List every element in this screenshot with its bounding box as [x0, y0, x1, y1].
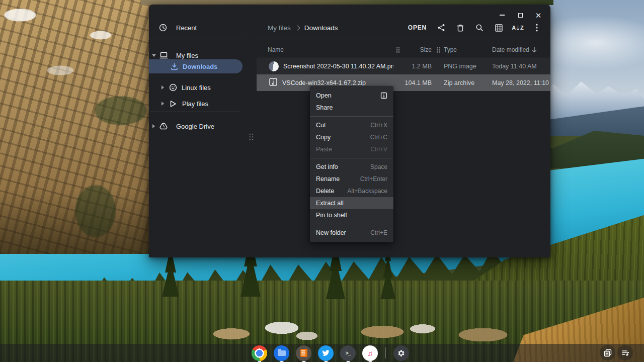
- sidebar-item-label: Recent: [176, 24, 197, 32]
- chevron-right-icon: [295, 25, 300, 30]
- sort-letter-a: A: [512, 25, 516, 31]
- wallpaper-cliff: [0, 0, 155, 254]
- shortcut: Ctrl+E: [370, 229, 387, 236]
- menu-item-get-info[interactable]: Get info Space: [310, 161, 393, 173]
- search-icon[interactable]: [470, 21, 489, 35]
- chrome-icon[interactable]: [252, 345, 267, 361]
- music-app-icon[interactable]: ♫: [362, 345, 378, 361]
- shortcut: Ctrl+V: [370, 146, 387, 153]
- toolbar: OPEN A Z: [403, 21, 546, 35]
- sidebar: Recent My files Downloads: [149, 5, 257, 257]
- chevron-right-icon[interactable]: [152, 124, 155, 128]
- share-icon[interactable]: [432, 21, 451, 35]
- menu-item-open[interactable]: Open: [310, 89, 393, 102]
- status-tray: [600, 345, 633, 360]
- sidebar-item-label: Play files: [182, 100, 208, 108]
- divider: [149, 39, 247, 39]
- file-type: Zip archive: [443, 79, 485, 86]
- breadcrumb: My files Downloads: [268, 22, 338, 34]
- file-row-vscode-zip[interactable]: VSCode-win32-x64-1.67.2.zip 104.1 MB Zip…: [257, 74, 550, 91]
- shelf-apps: >_ ♫: [252, 344, 409, 362]
- play-icon: [169, 99, 178, 108]
- sidebar-item-recent[interactable]: Recent: [149, 20, 250, 35]
- sidebar-splitter-handle[interactable]: [249, 133, 254, 141]
- open-button[interactable]: OPEN: [403, 22, 432, 33]
- column-header-name[interactable]: Name: [257, 46, 393, 53]
- shortcut: Alt+Backspace: [347, 188, 387, 195]
- grid-view-icon[interactable]: [489, 21, 508, 35]
- zip-app-icon: [380, 92, 387, 99]
- file-size: 104.1 MB: [403, 79, 432, 86]
- divider: [257, 39, 550, 39]
- menu-item-paste: Paste Ctrl+V: [310, 143, 393, 155]
- menu-item-delete[interactable]: Delete Alt+Backspace: [310, 185, 393, 197]
- settings-icon[interactable]: [393, 345, 409, 361]
- column-header-date[interactable]: Date modified: [492, 46, 550, 53]
- file-row-screenshot[interactable]: Screenshot 2022-05-30 11.40.32 AM.png 1.…: [257, 58, 550, 74]
- shortcut: Ctrl+C: [370, 134, 387, 141]
- wallpaper-rocks: [141, 314, 533, 346]
- file-date: May 28, 2022, 11:10 …: [492, 79, 550, 86]
- chevron-right-icon[interactable]: [162, 85, 164, 89]
- linux-penguin-icon: [169, 83, 178, 92]
- terminal-icon[interactable]: >_: [340, 345, 356, 361]
- menu-item-pin-to-shelf[interactable]: Pin to shelf: [310, 209, 393, 221]
- menu-divider: [310, 224, 393, 224]
- screen-capture-icon[interactable]: [600, 345, 615, 360]
- sidebar-item-label: Google Drive: [176, 123, 214, 130]
- twitter-icon[interactable]: [318, 345, 334, 361]
- sidebar-item-downloads[interactable]: Downloads: [149, 59, 250, 74]
- sort-az-icon[interactable]: A Z: [508, 21, 527, 35]
- sort-direction-down-icon: [532, 47, 537, 53]
- zip-file-icon: [269, 77, 278, 88]
- download-icon: [170, 62, 179, 71]
- google-drive-icon: [159, 122, 168, 131]
- menu-item-copy[interactable]: Copy Ctrl+C: [310, 131, 393, 143]
- menu-divider: [310, 158, 393, 158]
- sort-letter-z: Z: [520, 25, 524, 31]
- file-name: VSCode-win32-x64-1.67.2.zip: [282, 79, 366, 86]
- file-type: PNG image: [443, 63, 485, 70]
- menu-item-share[interactable]: Share: [310, 102, 393, 114]
- menu-item-rename[interactable]: Rename Ctrl+Enter: [310, 173, 393, 185]
- menu-item-new-folder[interactable]: New folder Ctrl+E: [310, 227, 393, 239]
- column-drag-handle[interactable]: [393, 47, 403, 53]
- book-app-icon[interactable]: [296, 345, 311, 361]
- shelf-separator: [385, 347, 386, 358]
- menu-item-extract-all[interactable]: Extract all: [310, 197, 393, 209]
- menu-item-cut[interactable]: Cut Ctrl+X: [310, 119, 393, 131]
- shortcut: Ctrl+Enter: [360, 175, 387, 183]
- divider: [257, 57, 550, 57]
- sidebar-item-play-files[interactable]: Play files: [149, 96, 250, 111]
- breadcrumb-my-files[interactable]: My files: [268, 24, 291, 32]
- table-header: Name Size Type Date modified: [257, 43, 550, 57]
- shortcut: Space: [370, 163, 387, 170]
- column-header-type[interactable]: Type: [443, 46, 485, 53]
- desktop: ✕ Recent My files: [0, 0, 644, 362]
- file-date: Today 11:40 AM: [492, 63, 550, 70]
- column-drag-handle[interactable]: [434, 47, 443, 53]
- files-app-icon[interactable]: [274, 345, 289, 361]
- sidebar-item-google-drive[interactable]: Google Drive: [149, 119, 250, 134]
- chevron-right-icon[interactable]: [162, 102, 164, 106]
- chevron-down-icon[interactable]: [152, 54, 156, 57]
- sidebar-item-label: Linux files: [182, 84, 211, 92]
- context-menu: Open Share Cut Ctrl+X Copy Ctrl+C Paste …: [310, 86, 393, 242]
- file-size: 1.2 MB: [403, 63, 432, 70]
- file-list-pane: My files Downloads OPEN: [257, 5, 550, 257]
- media-playlist-icon[interactable]: [617, 345, 633, 360]
- delete-icon[interactable]: [451, 21, 470, 35]
- menu-divider: [310, 116, 393, 117]
- sidebar-item-linux-files[interactable]: Linux files: [149, 80, 250, 95]
- image-thumbnail-icon: [269, 61, 279, 71]
- sidebar-item-label: My files: [176, 52, 198, 59]
- column-header-size[interactable]: Size: [403, 46, 432, 53]
- breadcrumb-downloads: Downloads: [304, 24, 338, 32]
- more-menu-icon[interactable]: [527, 21, 546, 35]
- divider: [149, 112, 240, 112]
- sidebar-item-label: Downloads: [183, 63, 217, 70]
- shortcut: Ctrl+X: [370, 122, 387, 129]
- file-name: Screenshot 2022-05-30 11.40.32 AM.png: [283, 63, 393, 70]
- shelf: >_ ♫: [0, 344, 644, 362]
- clock-icon: [158, 23, 168, 32]
